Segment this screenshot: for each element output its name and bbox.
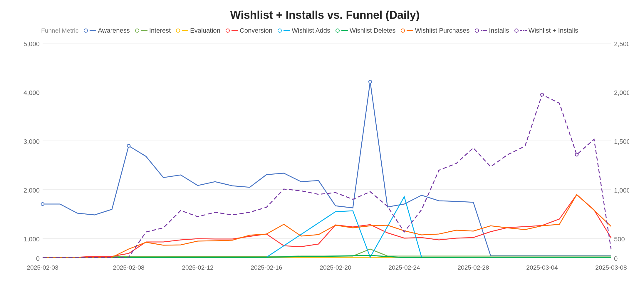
- y-left-2000: 2,000: [24, 187, 40, 194]
- evaluation-dot: [176, 29, 180, 33]
- y-left-4000: 4,000: [24, 89, 40, 96]
- x-label-1: 2025-02-03: [27, 264, 58, 271]
- legend-label-installs: Installs: [489, 27, 509, 34]
- legend-item-evaluation: Evaluation: [176, 27, 220, 34]
- x-label-3: 2025-02-12: [182, 264, 213, 271]
- legend-label-evaluation: Evaluation: [190, 27, 220, 34]
- installs-dashed-line: [43, 95, 611, 257]
- legend-item-wishlist-purchases: Wishlist Purchases: [401, 27, 469, 34]
- legend-item-installs: Installs: [475, 27, 509, 34]
- y-right-2000: 2,000: [614, 89, 629, 96]
- wishlist-deletes-line: [341, 30, 348, 31]
- legend-label-interest: Interest: [149, 27, 171, 34]
- y-left-5000: 5,000: [24, 40, 40, 48]
- wishlist-deletes-dot: [336, 29, 340, 33]
- x-label-4: 2025-02-16: [251, 264, 282, 271]
- wishlist-installs-dashed: [520, 30, 527, 31]
- y-right-0: 0: [614, 255, 618, 262]
- evaluation-line: [182, 30, 188, 31]
- installs-dot-2: [575, 153, 578, 156]
- wishlist-purchases-line: [43, 195, 611, 257]
- awareness-dot-3: [369, 80, 372, 83]
- x-label-8: 2025-03-04: [526, 264, 558, 271]
- x-label-9: 2025-03-08: [595, 264, 627, 271]
- y-left-1000: 1,000: [24, 235, 40, 243]
- y-left-0: 0: [36, 255, 40, 262]
- x-label-6: 2025-02-24: [388, 264, 420, 271]
- chart-svg: 5,000 4,000 3,000 2,000 1,000 0 2,500 2,…: [24, 37, 629, 278]
- legend-item-wishlist-installs: Wishlist + Installs: [514, 27, 578, 34]
- awareness-dot-2: [127, 144, 130, 147]
- interest-dot: [135, 29, 139, 33]
- y-right-1000: 1,000: [614, 187, 629, 194]
- x-label-5: 2025-02-20: [320, 264, 351, 271]
- awareness-line: [90, 30, 96, 31]
- conversion-line: [232, 30, 238, 31]
- conversion-dot: [226, 29, 230, 33]
- y-right-1500: 1,500: [614, 138, 629, 145]
- chart-legend: Funnel Metric Awareness Interest Evaluat…: [24, 27, 626, 34]
- legend-item-conversion: Conversion: [226, 27, 272, 34]
- legend-item-interest: Interest: [135, 27, 171, 34]
- x-label-2: 2025-02-08: [113, 264, 144, 271]
- legend-item-wishlist-adds: Wishlist Adds: [278, 27, 330, 34]
- wishlist-adds-line: [284, 30, 290, 31]
- conversion-line: [43, 195, 611, 257]
- interest-line: [141, 30, 147, 31]
- legend-label-wishlist-purchases: Wishlist Purchases: [415, 27, 469, 34]
- installs-dashed: [481, 30, 487, 31]
- legend-item-awareness: Awareness: [84, 27, 130, 34]
- legend-label-wishlist-installs: Wishlist + Installs: [529, 27, 578, 34]
- wishlist-installs-dot: [514, 29, 519, 33]
- y-right-500: 500: [614, 235, 625, 243]
- awareness-dot: [84, 29, 88, 33]
- legend-label-wishlist-adds: Wishlist Adds: [292, 27, 330, 34]
- wishlist-adds-dot: [278, 29, 282, 33]
- y-right-2500: 2,500: [614, 40, 629, 48]
- y-left-3000: 3,000: [24, 138, 40, 145]
- legend-label-conversion: Conversion: [240, 27, 272, 34]
- wishlist-purchases-line: [407, 30, 413, 31]
- legend-item-wishlist-deletes: Wishlist Deletes: [336, 27, 395, 34]
- installs-dot: [475, 29, 479, 33]
- x-label-7: 2025-02-28: [457, 264, 489, 271]
- legend-label-awareness: Awareness: [98, 27, 130, 34]
- chart-title: Wishlist + Installs vs. Funnel (Daily): [24, 9, 626, 21]
- wishlist-purchases-dot: [401, 29, 405, 33]
- awareness-dot-1: [41, 203, 44, 206]
- installs-dot-1: [541, 93, 544, 96]
- chart-container: Wishlist + Installs vs. Funnel (Daily) F…: [0, 0, 644, 294]
- legend-prefix: Funnel Metric: [41, 27, 78, 34]
- legend-label-wishlist-deletes: Wishlist Deletes: [350, 27, 395, 34]
